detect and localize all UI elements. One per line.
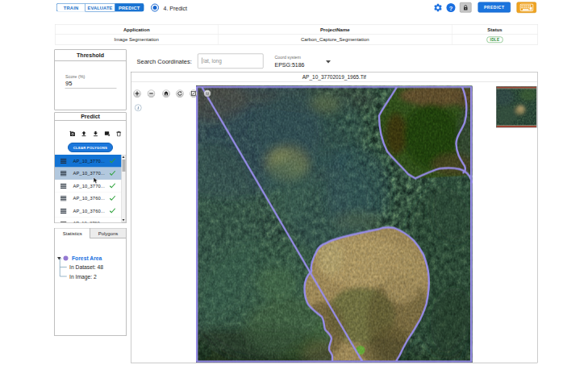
svg-text:Forest Area: Forest Area <box>72 255 102 261</box>
svg-text:In Dataset: 48: In Dataset: 48 <box>69 264 103 270</box>
svg-text:In Image: 2: In Image: 2 <box>69 274 97 280</box>
